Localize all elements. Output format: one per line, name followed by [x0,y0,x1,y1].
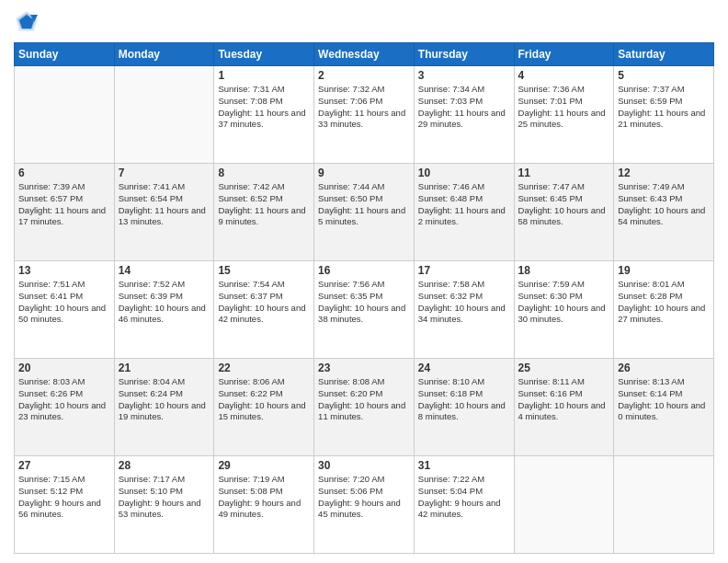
day-info: Sunrise: 7:47 AM Sunset: 6:45 PM Dayligh… [518,181,610,228]
logo-icon [14,9,40,35]
weekday-header-row: SundayMondayTuesdayWednesdayThursdayFrid… [15,43,714,66]
day-number: 5 [618,69,710,82]
day-number: 10 [418,167,510,179]
calendar-cell: 30Sunrise: 7:20 AM Sunset: 5:06 PM Dayli… [314,456,415,554]
day-number: 27 [18,459,110,472]
day-info: Sunrise: 7:39 AM Sunset: 6:57 PM Dayligh… [18,181,110,228]
calendar-cell: 19Sunrise: 8:01 AM Sunset: 6:28 PM Dayli… [614,261,714,359]
calendar-cell: 4Sunrise: 7:36 AM Sunset: 7:01 PM Daylig… [514,66,614,164]
day-number: 26 [618,362,710,374]
day-number: 9 [318,167,410,179]
day-number: 28 [119,459,210,472]
day-info: Sunrise: 7:54 AM Sunset: 6:37 PM Dayligh… [218,279,310,326]
day-info: Sunrise: 7:49 AM Sunset: 6:43 PM Dayligh… [618,181,710,228]
day-number: 2 [318,69,410,82]
day-number: 15 [218,264,310,277]
day-number: 12 [618,167,710,179]
day-number: 13 [18,264,110,277]
day-number: 21 [119,362,210,374]
calendar-cell: 9Sunrise: 7:44 AM Sunset: 6:50 PM Daylig… [314,164,415,261]
day-info: Sunrise: 7:59 AM Sunset: 6:30 PM Dayligh… [518,279,610,326]
day-info: Sunrise: 7:20 AM Sunset: 5:06 PM Dayligh… [318,474,410,521]
day-info: Sunrise: 7:22 AM Sunset: 5:04 PM Dayligh… [418,474,510,521]
weekday-sunday: Sunday [15,43,115,66]
day-info: Sunrise: 8:08 AM Sunset: 6:20 PM Dayligh… [318,376,410,423]
weekday-friday: Friday [514,43,614,66]
day-number: 31 [418,459,510,472]
calendar-cell: 21Sunrise: 8:04 AM Sunset: 6:24 PM Dayli… [114,359,214,456]
day-info: Sunrise: 7:32 AM Sunset: 7:06 PM Dayligh… [318,84,410,131]
calendar-cell: 14Sunrise: 7:52 AM Sunset: 6:39 PM Dayli… [114,261,214,359]
calendar-cell: 2Sunrise: 7:32 AM Sunset: 7:06 PM Daylig… [314,66,415,164]
calendar-cell: 7Sunrise: 7:41 AM Sunset: 6:54 PM Daylig… [114,164,214,261]
day-number: 8 [218,167,310,179]
week-row-3: 13Sunrise: 7:51 AM Sunset: 6:41 PM Dayli… [15,261,714,359]
day-info: Sunrise: 7:36 AM Sunset: 7:01 PM Dayligh… [518,84,610,131]
calendar-cell: 10Sunrise: 7:46 AM Sunset: 6:48 PM Dayli… [414,164,514,261]
day-info: Sunrise: 7:17 AM Sunset: 5:10 PM Dayligh… [119,474,210,521]
calendar-cell: 13Sunrise: 7:51 AM Sunset: 6:41 PM Dayli… [15,261,115,359]
day-number: 17 [418,264,510,277]
day-number: 14 [119,264,210,277]
day-info: Sunrise: 8:13 AM Sunset: 6:14 PM Dayligh… [618,376,710,423]
calendar-cell: 29Sunrise: 7:19 AM Sunset: 5:08 PM Dayli… [214,456,314,554]
calendar-cell: 16Sunrise: 7:56 AM Sunset: 6:35 PM Dayli… [314,261,415,359]
day-info: Sunrise: 7:37 AM Sunset: 6:59 PM Dayligh… [618,84,710,131]
weekday-monday: Monday [114,43,214,66]
calendar-cell: 11Sunrise: 7:47 AM Sunset: 6:45 PM Dayli… [514,164,614,261]
day-info: Sunrise: 7:58 AM Sunset: 6:32 PM Dayligh… [418,279,510,326]
calendar-cell: 1Sunrise: 7:31 AM Sunset: 7:08 PM Daylig… [214,66,314,164]
header [14,9,714,35]
day-info: Sunrise: 7:41 AM Sunset: 6:54 PM Dayligh… [119,181,210,228]
day-number: 30 [318,459,410,472]
day-number: 16 [318,264,410,277]
calendar-cell: 31Sunrise: 7:22 AM Sunset: 5:04 PM Dayli… [414,456,514,554]
day-info: Sunrise: 7:46 AM Sunset: 6:48 PM Dayligh… [418,181,510,228]
day-number: 20 [18,362,110,374]
calendar-cell: 15Sunrise: 7:54 AM Sunset: 6:37 PM Dayli… [214,261,314,359]
calendar-table: SundayMondayTuesdayWednesdayThursdayFrid… [14,42,714,554]
calendar-cell: 8Sunrise: 7:42 AM Sunset: 6:52 PM Daylig… [214,164,314,261]
day-info: Sunrise: 7:31 AM Sunset: 7:08 PM Dayligh… [218,84,310,131]
calendar-cell [514,456,614,554]
day-number: 6 [18,167,110,179]
weekday-thursday: Thursday [414,43,514,66]
day-info: Sunrise: 7:15 AM Sunset: 5:12 PM Dayligh… [18,474,110,521]
day-number: 11 [518,167,610,179]
day-info: Sunrise: 8:01 AM Sunset: 6:28 PM Dayligh… [618,279,710,326]
day-info: Sunrise: 7:52 AM Sunset: 6:39 PM Dayligh… [119,279,210,326]
day-info: Sunrise: 8:03 AM Sunset: 6:26 PM Dayligh… [18,376,110,423]
day-info: Sunrise: 8:04 AM Sunset: 6:24 PM Dayligh… [119,376,210,423]
week-row-4: 20Sunrise: 8:03 AM Sunset: 6:26 PM Dayli… [15,359,714,456]
day-info: Sunrise: 7:56 AM Sunset: 6:35 PM Dayligh… [318,279,410,326]
calendar-cell: 5Sunrise: 7:37 AM Sunset: 6:59 PM Daylig… [614,66,714,164]
day-number: 23 [318,362,410,374]
weekday-wednesday: Wednesday [314,43,415,66]
day-info: Sunrise: 7:42 AM Sunset: 6:52 PM Dayligh… [218,181,310,228]
week-row-1: 1Sunrise: 7:31 AM Sunset: 7:08 PM Daylig… [15,66,714,164]
logo [14,9,43,35]
calendar-cell: 17Sunrise: 7:58 AM Sunset: 6:32 PM Dayli… [414,261,514,359]
calendar-cell [15,66,115,164]
calendar-cell: 22Sunrise: 8:06 AM Sunset: 6:22 PM Dayli… [214,359,314,456]
day-info: Sunrise: 7:19 AM Sunset: 5:08 PM Dayligh… [218,474,310,521]
calendar-cell: 6Sunrise: 7:39 AM Sunset: 6:57 PM Daylig… [15,164,115,261]
calendar-cell: 27Sunrise: 7:15 AM Sunset: 5:12 PM Dayli… [15,456,115,554]
day-info: Sunrise: 8:10 AM Sunset: 6:18 PM Dayligh… [418,376,510,423]
day-number: 19 [618,264,710,277]
calendar-cell: 12Sunrise: 7:49 AM Sunset: 6:43 PM Dayli… [614,164,714,261]
day-info: Sunrise: 7:34 AM Sunset: 7:03 PM Dayligh… [418,84,510,131]
weekday-saturday: Saturday [614,43,714,66]
weekday-tuesday: Tuesday [214,43,314,66]
calendar-cell: 24Sunrise: 8:10 AM Sunset: 6:18 PM Dayli… [414,359,514,456]
day-number: 18 [518,264,610,277]
week-row-2: 6Sunrise: 7:39 AM Sunset: 6:57 PM Daylig… [15,164,714,261]
day-number: 22 [218,362,310,374]
page: SundayMondayTuesdayWednesdayThursdayFrid… [0,0,728,563]
calendar-cell: 28Sunrise: 7:17 AM Sunset: 5:10 PM Dayli… [114,456,214,554]
calendar-cell: 26Sunrise: 8:13 AM Sunset: 6:14 PM Dayli… [614,359,714,456]
day-number: 25 [518,362,610,374]
week-row-5: 27Sunrise: 7:15 AM Sunset: 5:12 PM Dayli… [15,456,714,554]
day-number: 3 [418,69,510,82]
day-info: Sunrise: 7:51 AM Sunset: 6:41 PM Dayligh… [18,279,110,326]
